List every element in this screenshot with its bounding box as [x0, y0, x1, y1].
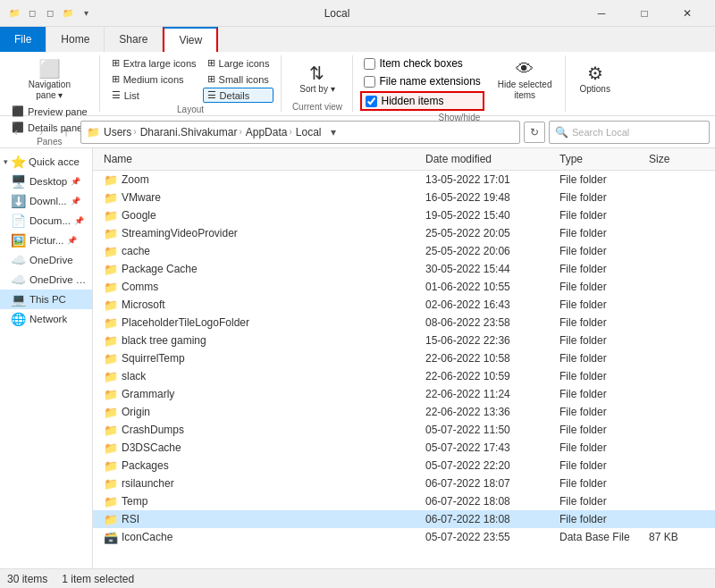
extra-large-icons-button[interactable]: ⊞ Extra large icons	[107, 55, 201, 71]
folder-icon: 📁	[104, 513, 118, 526]
address-segment-appdata[interactable]: AppData ›	[246, 126, 292, 139]
folder-icon: 📁	[104, 298, 118, 312]
file-name-cell: 📁RSI	[100, 513, 422, 526]
address-users-text: Users	[104, 126, 131, 139]
item-checkboxes-input[interactable]	[364, 58, 375, 70]
file-name: Temp	[122, 495, 147, 508]
medium-icons-label: Medium icons	[123, 74, 184, 85]
table-row[interactable]: 📁SquirrelTemp 22-06-2022 10:58 File fold…	[93, 349, 715, 367]
file-name: SquirrelTemp	[122, 352, 185, 365]
table-row[interactable]: 📁Package Cache 30-05-2022 15:44 File fol…	[93, 260, 715, 278]
tab-file[interactable]: File	[0, 27, 46, 52]
address-chevron-2: ›	[239, 127, 241, 137]
tab-home[interactable]: Home	[46, 27, 105, 52]
table-row[interactable]: 📁Temp 06-07-2022 18:08 File folder	[93, 492, 715, 510]
preview-pane-button[interactable]: ⬛ Preview pane	[7, 104, 92, 119]
table-row[interactable]: 📁Comms 01-06-2022 10:55 File folder	[93, 278, 715, 296]
small-icons-label: Small icons	[219, 74, 269, 85]
medium-icons-button[interactable]: ⊞ Medium icons	[107, 71, 201, 87]
sidebar-item-network[interactable]: 🌐 Network	[0, 309, 92, 329]
table-row[interactable]: 📁Zoom 13-05-2022 17:01 File folder	[93, 171, 715, 189]
table-row[interactable]: 📁D3DSCache 05-07-2022 17:43 File folder	[93, 439, 715, 457]
hidden-items-checkbox[interactable]: Hidden items	[360, 91, 484, 111]
file-type-cell: File folder	[556, 209, 645, 222]
onedrive2-label: OneDrive -...	[29, 274, 87, 285]
address-segment-user[interactable]: Dharani.Shivakumar ›	[140, 126, 242, 139]
maximize-button[interactable]: □	[624, 0, 665, 27]
table-row[interactable]: 📁Microsoft 02-06-2022 16:43 File folder	[93, 296, 715, 314]
ribbon-group-panes: ⬜ Navigationpane ▾ ⬛ Preview pane ⬛ Deta…	[0, 55, 100, 112]
file-name-extensions-checkbox[interactable]: File name extensions	[360, 73, 484, 89]
documents-label: Docum...	[29, 215, 71, 226]
options-icon: ⚙	[587, 63, 603, 84]
table-row[interactable]: 📁black tree gaming 15-06-2022 22:36 File…	[93, 332, 715, 349]
tab-view[interactable]: View	[163, 27, 218, 52]
minimize-button[interactable]: ─	[581, 0, 622, 27]
address-segment-local[interactable]: Local	[296, 126, 322, 139]
sidebar-item-this-pc[interactable]: 💻 This PC	[0, 290, 92, 309]
column-type[interactable]: Type	[556, 150, 645, 168]
table-row[interactable]: 📁RSI 06-07-2022 18:08 File folder	[93, 510, 715, 528]
table-row[interactable]: 📁cache 25-05-2022 20:06 File folder	[93, 242, 715, 260]
file-name: Grammarly	[122, 388, 174, 400]
item-checkboxes-checkbox[interactable]: Item check boxes	[360, 55, 484, 71]
table-row[interactable]: 📁Google 19-05-2022 15:40 File folder	[93, 206, 715, 224]
sort-by-button[interactable]: ⇅ Sort by ▾	[293, 60, 341, 97]
quick-access-icon-star: ⭐	[11, 155, 26, 169]
quick-access-icon2[interactable]: ◻	[43, 6, 57, 21]
table-row[interactable]: 📁VMware 16-05-2022 19:48 File folder	[93, 189, 715, 206]
address-dropdown-button[interactable]: ▾	[324, 122, 342, 143]
list-label: List	[124, 90, 139, 101]
column-name[interactable]: Name	[100, 150, 422, 168]
tab-share[interactable]: Share	[105, 27, 163, 52]
quick-access-header[interactable]: ▾ ⭐ Quick acce	[0, 152, 92, 172]
address-segment-users[interactable]: Users ›	[104, 126, 137, 139]
close-button[interactable]: ✕	[667, 0, 708, 27]
hide-selected-button[interactable]: 👁 Hide selecteditems	[492, 55, 559, 104]
forward-button[interactable]: ›	[30, 122, 52, 143]
back-button[interactable]: ‹	[5, 122, 27, 143]
address-bar[interactable]: 📁 Users › Dharani.Shivakumar › AppData ›…	[80, 121, 520, 144]
file-name-extensions-input[interactable]	[364, 76, 375, 88]
table-row[interactable]: 📁Packages 05-07-2022 22:20 File folder	[93, 457, 715, 475]
file-name-cell: 📁Google	[100, 209, 422, 223]
table-row[interactable]: 📁Grammarly 22-06-2022 11:24 File folder	[93, 385, 715, 403]
sidebar-item-onedrive1[interactable]: ☁️ OneDrive	[0, 250, 92, 270]
file-name: PlaceholderTileLogoFolder	[122, 316, 249, 329]
navigation-pane-button[interactable]: ⬜ Navigationpane ▾	[22, 55, 77, 104]
sort-label: Sort by ▾	[299, 84, 334, 94]
file-name-cell: 📁black tree gaming	[100, 334, 422, 348]
sidebar-item-pictures[interactable]: 🖼️ Pictur... 📌	[0, 231, 92, 250]
table-row[interactable]: 📁CrashDumps 05-07-2022 11:50 File folder	[93, 421, 715, 439]
search-bar[interactable]: 🔍 Search Local	[549, 121, 710, 144]
large-icons-button[interactable]: ⊞ Large icons	[203, 55, 274, 71]
column-date[interactable]: Date modified	[422, 150, 556, 168]
column-size[interactable]: Size	[645, 150, 708, 168]
this-pc-icon: 💻	[11, 292, 26, 307]
table-row[interactable]: 📁PlaceholderTileLogoFolder 08-06-2022 23…	[93, 314, 715, 332]
sidebar-item-documents[interactable]: 📄 Docum... 📌	[0, 211, 92, 231]
file-date-cell: 22-06-2022 10:59	[422, 370, 556, 382]
dropdown-icon[interactable]: ▾	[79, 6, 93, 21]
refresh-button[interactable]: ↻	[524, 122, 545, 143]
table-row[interactable]: 📁Origin 22-06-2022 13:36 File folder	[93, 403, 715, 421]
file-date-cell: 08-06-2022 23:58	[422, 316, 556, 329]
table-row[interactable]: 🗃️IconCache 05-07-2022 23:55 Data Base F…	[93, 528, 715, 546]
table-row[interactable]: 📁slack 22-06-2022 10:59 File folder	[93, 367, 715, 385]
file-date-cell: 02-06-2022 16:43	[422, 298, 556, 311]
details-button[interactable]: ☰ Details	[203, 88, 274, 103]
options-button[interactable]: ⚙ Options	[573, 60, 616, 97]
ribbon-tabs: File Home Share View	[0, 27, 715, 52]
list-button[interactable]: ☰ List	[107, 88, 201, 103]
table-row[interactable]: 📁rsilauncher 06-07-2022 18:07 File folde…	[93, 475, 715, 492]
small-icons-button[interactable]: ⊞ Small icons	[203, 71, 274, 87]
up-button[interactable]: ↑	[55, 122, 77, 143]
sidebar-item-downloads[interactable]: ⬇️ Downl... 📌	[0, 191, 92, 211]
sidebar-item-desktop[interactable]: 🖥️ Desktop 📌	[0, 172, 92, 191]
file-name-cell: 📁VMware	[100, 191, 422, 205]
quick-access-icon[interactable]: ◻	[25, 6, 39, 21]
hidden-items-input[interactable]	[366, 96, 377, 107]
folder-icon: 📁	[104, 245, 118, 258]
sidebar-item-onedrive2[interactable]: ☁️ OneDrive -...	[0, 270, 92, 290]
table-row[interactable]: 📁StreamingVideoProvider 25-05-2022 20:05…	[93, 224, 715, 242]
